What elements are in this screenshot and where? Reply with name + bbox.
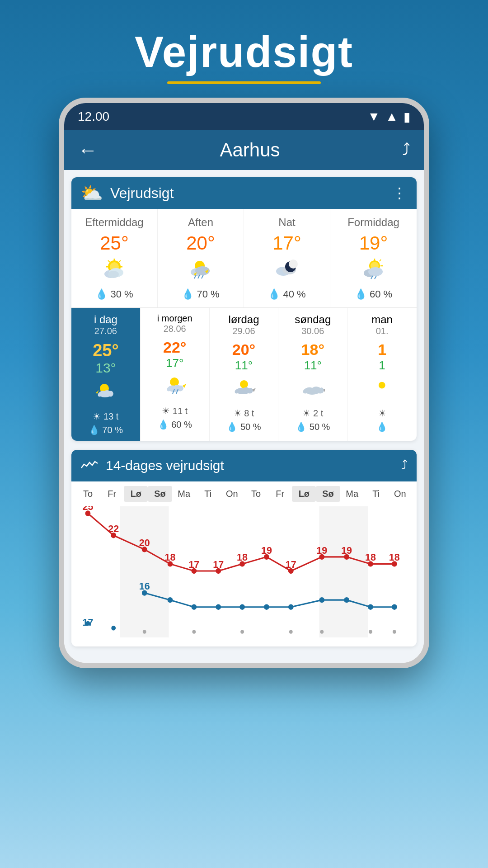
svg-rect-38: [319, 506, 368, 637]
day-date-4: 01.: [376, 326, 389, 336]
day-rain-4: 💧: [376, 421, 388, 432]
svg-point-74: [368, 604, 373, 609]
svg-point-66: [168, 597, 173, 603]
svg-point-78: [86, 621, 90, 626]
forecast-title: Vejrudsigt: [110, 185, 174, 202]
day-icon-1: [163, 375, 187, 401]
day-name-3: søndag: [295, 313, 331, 326]
day-rain-0: 💧 70 %: [89, 425, 123, 435]
forecast-icon: ⛅: [80, 183, 103, 204]
svg-point-85: [369, 630, 372, 633]
svg-point-82: [240, 630, 244, 633]
svg-point-84: [320, 630, 324, 633]
chart-area: 25 22 20 18 17 17 18 19 17 19 19 18 18: [71, 502, 417, 646]
svg-line-6: [108, 260, 110, 262]
svg-line-25: [380, 259, 381, 261]
day-name-2: lørdag: [228, 313, 259, 326]
svg-text:18: 18: [389, 552, 400, 563]
card-header-left: ⛅ Vejrudsigt: [80, 183, 174, 204]
chart-day-labels: To Fr Lø Sø Ma Ti On To Fr Lø Sø Ma Ti O…: [71, 481, 417, 502]
day-name-0: i dag: [94, 313, 117, 326]
day-name-4: man: [371, 313, 393, 326]
day-sun-0: ☀ 13 t: [93, 411, 118, 422]
chart-icon: [80, 458, 99, 474]
svg-text:19: 19: [341, 544, 352, 556]
period-rain-3: 💧 60 %: [355, 288, 392, 300]
svg-point-81: [192, 630, 196, 633]
chart-day-label-1: Fr: [100, 486, 124, 502]
svg-point-11: [108, 271, 119, 278]
period-label-2: Nat: [278, 216, 295, 229]
day-high-1: 22°: [163, 339, 186, 356]
day-rain-2: 💧 50 %: [226, 421, 261, 432]
daily-cell-1[interactable]: i morgen 28.06 22° 17° ☀ 11 t: [141, 308, 210, 441]
share-button[interactable]: ⤴: [402, 141, 410, 160]
day-date-2: 29.06: [232, 326, 255, 336]
svg-point-71: [288, 604, 294, 609]
period-label-3: Formiddag: [347, 216, 399, 229]
day-icon-0: [94, 380, 118, 406]
period-icon-2: [273, 258, 300, 285]
day-date-1: 28.06: [164, 324, 186, 334]
period-rain-2: 💧 40 %: [268, 288, 305, 300]
day-low-2: 11°: [235, 359, 253, 373]
svg-rect-37: [120, 506, 169, 637]
daily-cell-3[interactable]: søndag 30.06 18° 11° ☀ 2 t 💧 50 %: [278, 308, 347, 441]
daily-cell-4[interactable]: man 01. 1 1 ☀ 💧: [347, 308, 417, 441]
period-temp-3: 19°: [359, 232, 388, 254]
svg-text:16: 16: [139, 580, 150, 592]
svg-text:22: 22: [108, 523, 119, 534]
chart-title: 14-dages vejrudsigt: [106, 458, 224, 473]
forecast-card: ⛅ Vejrudsigt ⋮ Eftermiddag 25°: [71, 177, 417, 441]
app-title-underline: [167, 81, 321, 84]
svg-line-16: [202, 275, 203, 278]
day-icon-3: [300, 377, 325, 403]
day-low-1: 17°: [166, 356, 183, 370]
day-low-3: 11°: [304, 359, 322, 373]
back-button[interactable]: ←: [78, 139, 98, 161]
chart14-header: 14-dages vejrudsigt ⤴: [71, 450, 417, 481]
day-name-1: i morgen: [157, 313, 192, 324]
svg-point-69: [239, 604, 245, 609]
period-cell-3: Formiddag 19°: [330, 209, 417, 307]
period-icon-0: [101, 258, 128, 285]
period-label-1: Aften: [188, 216, 213, 229]
svg-point-21: [289, 259, 298, 269]
svg-point-86: [393, 630, 396, 633]
chart-day-label-10: Sø: [316, 486, 340, 502]
period-cell-0: Eftermiddag 25°: [71, 209, 158, 307]
day-sun-2: ☀ 8 t: [234, 408, 254, 419]
svg-point-70: [264, 604, 269, 609]
daily-cell-2[interactable]: lørdag 29.06 20° 11° ☀ 8 t 💧 50 %: [210, 308, 279, 441]
svg-point-83: [289, 630, 293, 633]
battery-icon: ▮: [404, 109, 410, 124]
day-icon-4: [373, 377, 391, 403]
daily-cell-0[interactable]: i dag 27.06 25° 13° ☀ 13 t 💧 70 %: [71, 308, 141, 441]
svg-point-28: [368, 267, 383, 276]
svg-text:18: 18: [365, 552, 376, 563]
day-rain-1: 💧 60 %: [158, 419, 192, 430]
svg-text:20: 20: [139, 537, 150, 548]
day-high-3: 18°: [301, 341, 324, 359]
app-title-section: Vejrudsigt: [0, 0, 488, 98]
chart-day-label-13: On: [388, 486, 412, 502]
svg-point-67: [192, 604, 197, 609]
svg-text:17: 17: [286, 558, 296, 570]
period-temp-1: 20°: [186, 232, 215, 254]
day-date-0: 27.06: [94, 326, 117, 336]
day-sun-4: ☀: [378, 408, 386, 419]
svg-point-75: [392, 604, 397, 609]
chart-share-button[interactable]: ⤴: [401, 458, 408, 473]
chart-day-label-3: Sø: [148, 486, 172, 502]
period-cell-1: Aften 20° 💧: [158, 209, 244, 307]
svg-point-73: [344, 597, 349, 603]
period-icon-1: [187, 258, 214, 285]
svg-point-36: [378, 382, 385, 389]
chart-day-label-8: Fr: [268, 486, 292, 502]
svg-point-79: [111, 626, 116, 630]
chart-day-label-7: To: [244, 486, 268, 502]
period-temp-0: 25°: [100, 232, 129, 254]
day-sun-1: ☀ 11 t: [162, 406, 188, 416]
svg-text:19: 19: [261, 544, 272, 556]
forecast-menu-button[interactable]: ⋮: [392, 184, 408, 202]
